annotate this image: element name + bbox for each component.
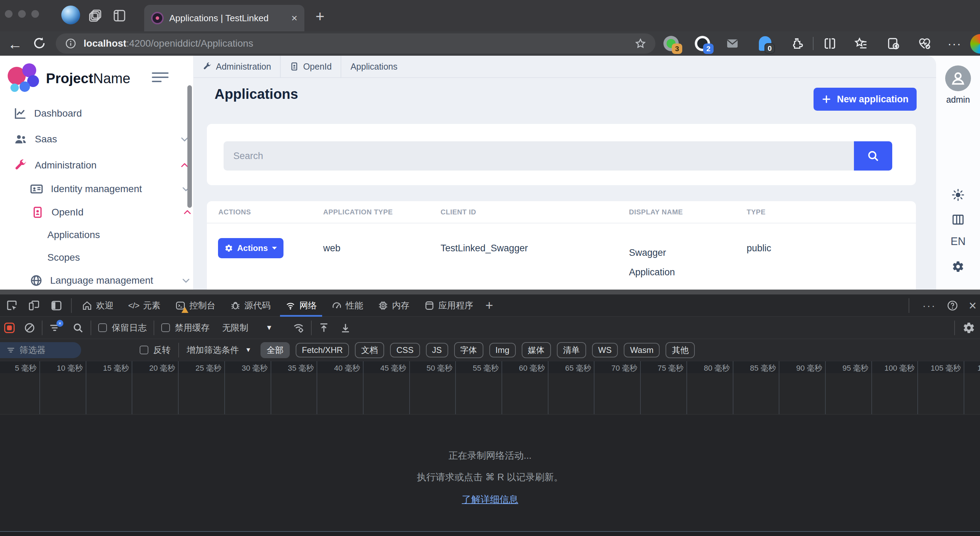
- filter-input[interactable]: [19, 345, 72, 355]
- search-input[interactable]: [224, 141, 854, 171]
- pill-js[interactable]: JS: [426, 343, 448, 357]
- window-close-button[interactable]: [5, 10, 13, 18]
- row-actions-button[interactable]: Actions: [218, 238, 283, 258]
- devtools-tab-elements[interactable]: </> 元素: [121, 295, 168, 317]
- breadcrumb-administration[interactable]: Administration: [194, 56, 280, 78]
- bookmark-star-icon[interactable]: [635, 38, 646, 49]
- learn-more-link[interactable]: 了解详细信息: [462, 493, 518, 506]
- pill-manifest[interactable]: 清单: [557, 342, 586, 358]
- settings-button[interactable]: [936, 260, 980, 273]
- browser-menu-icon[interactable]: ···: [946, 35, 963, 52]
- breadcrumb-openid[interactable]: OpenId: [281, 56, 340, 78]
- devtools-tab-network[interactable]: 网络: [278, 295, 324, 317]
- window-zoom-button[interactable]: [31, 10, 39, 18]
- pill-fetch-xhr[interactable]: Fetch/XHR: [296, 343, 349, 357]
- sidebar-item-dashboard[interactable]: Dashboard: [14, 105, 202, 122]
- import-har-icon[interactable]: [318, 322, 330, 334]
- tab-close-icon[interactable]: ×: [291, 12, 298, 24]
- device-toolbar-icon[interactable]: [28, 299, 40, 312]
- export-har-icon[interactable]: [340, 322, 352, 334]
- timeline-tick-label: 100 毫秒: [884, 363, 915, 373]
- disable-cache-checkbox[interactable]: [161, 324, 170, 332]
- timeline-gridline: [363, 361, 364, 414]
- sidebar-item-administration[interactable]: Administration: [14, 156, 202, 174]
- devtools-tab-console[interactable]: 控制台: [168, 295, 223, 317]
- sidebar-item-language-management[interactable]: Language management: [30, 271, 187, 290]
- browser-profile-avatar[interactable]: [61, 6, 80, 24]
- devtools-tab-performance[interactable]: 性能: [324, 295, 371, 317]
- new-tab-button[interactable]: +: [315, 8, 325, 25]
- current-user-name: admin: [936, 95, 980, 105]
- filter-toggle-icon[interactable]: ×: [49, 322, 60, 334]
- sidebar-item-saas[interactable]: Saas: [14, 130, 202, 148]
- browser-essentials-icon[interactable]: [916, 35, 933, 52]
- devtools-close-icon[interactable]: ×: [969, 298, 977, 313]
- devtools-menu-icon[interactable]: ···: [923, 300, 936, 311]
- theme-toggle-button[interactable]: [936, 189, 980, 201]
- layout-toggle-button[interactable]: [936, 213, 980, 226]
- timeline-tick-label: 15 毫秒: [103, 363, 129, 373]
- help-icon[interactable]: [947, 300, 958, 311]
- ghost-extension-icon[interactable]: 0: [756, 35, 774, 52]
- tab-groups-icon[interactable]: [89, 8, 103, 23]
- sidebar-scrollbar[interactable]: [187, 85, 192, 208]
- screenshot-icon[interactable]: [885, 35, 902, 52]
- more-filters-dropdown[interactable]: 增加筛选条件: [187, 344, 239, 356]
- extensions-puzzle-icon[interactable]: [788, 35, 805, 52]
- record-button[interactable]: [4, 323, 14, 333]
- pill-other[interactable]: 其他: [665, 342, 695, 358]
- pill-doc[interactable]: 文档: [355, 342, 384, 358]
- workspaces-icon[interactable]: [112, 8, 127, 23]
- sidebar-item-identity-management[interactable]: Identity management: [30, 180, 187, 198]
- pill-img[interactable]: Img: [489, 343, 516, 357]
- pill-wasm[interactable]: Wasm: [624, 343, 660, 357]
- site-info-icon[interactable]: [65, 38, 76, 49]
- app-logo[interactable]: ProjectName: [8, 63, 130, 93]
- pill-media[interactable]: 媒体: [522, 342, 551, 358]
- devtools-tab-memory[interactable]: 内存: [371, 295, 417, 317]
- invert-checkbox[interactable]: [140, 346, 148, 354]
- url-text[interactable]: localhost:4200/openiddict/Applications: [84, 38, 628, 49]
- network-conditions-icon[interactable]: [292, 322, 305, 334]
- github-extension-icon[interactable]: 2: [694, 35, 711, 52]
- throttling-select[interactable]: 无限制: [222, 322, 248, 333]
- devtools-tab-welcome[interactable]: 欢迎: [75, 295, 121, 317]
- reload-button[interactable]: [32, 36, 47, 51]
- network-settings-gear-icon[interactable]: [963, 322, 975, 334]
- window-minimize-button[interactable]: [18, 10, 26, 18]
- browser-tab-active[interactable]: Applications | TestLinked ×: [144, 5, 304, 31]
- devtools-resize-handle[interactable]: [0, 290, 980, 295]
- clear-icon[interactable]: [24, 322, 35, 334]
- mail-extension-icon[interactable]: [724, 35, 741, 52]
- user-avatar[interactable]: [945, 65, 971, 91]
- pill-all[interactable]: 全部: [261, 342, 290, 358]
- search-icon[interactable]: [72, 322, 84, 333]
- preserve-log-checkbox[interactable]: [98, 324, 107, 332]
- sidebar-item-openid[interactable]: OpenId: [31, 203, 187, 221]
- network-waterfall[interactable]: 5 毫秒10 毫秒15 毫秒20 毫秒25 毫秒30 毫秒35 毫秒40 毫秒4…: [0, 361, 980, 414]
- timeline-gridline: [409, 361, 410, 414]
- network-filter-field[interactable]: [0, 342, 81, 358]
- devtools-tab-sources[interactable]: 源代码: [223, 295, 278, 317]
- search-button[interactable]: [854, 141, 892, 171]
- pill-ws[interactable]: WS: [592, 343, 618, 357]
- back-button[interactable]: ←: [8, 36, 22, 52]
- language-selector[interactable]: EN: [936, 235, 980, 248]
- dock-side-icon[interactable]: [50, 299, 63, 312]
- more-tabs-button[interactable]: +: [480, 298, 498, 313]
- copilot-icon[interactable]: [970, 34, 980, 54]
- favorites-icon[interactable]: [853, 35, 870, 52]
- address-bar[interactable]: localhost:4200/openiddict/Applications: [56, 33, 655, 54]
- new-application-button[interactable]: New application: [813, 88, 916, 111]
- window-controls[interactable]: [5, 10, 39, 18]
- extension-shortcut-icon[interactable]: 3: [662, 35, 680, 52]
- pill-css[interactable]: CSS: [390, 343, 420, 357]
- more-filters-caret-icon[interactable]: ▼: [245, 346, 251, 354]
- split-screen-icon[interactable]: [821, 35, 838, 52]
- devtools-tab-application[interactable]: 应用程序: [417, 295, 480, 317]
- timeline-gridline: [178, 361, 179, 414]
- sidebar-collapse-icon[interactable]: [152, 72, 169, 85]
- inspect-element-icon[interactable]: [6, 299, 18, 312]
- pill-font[interactable]: 字体: [454, 342, 484, 358]
- throttling-caret-icon[interactable]: ▼: [266, 324, 273, 332]
